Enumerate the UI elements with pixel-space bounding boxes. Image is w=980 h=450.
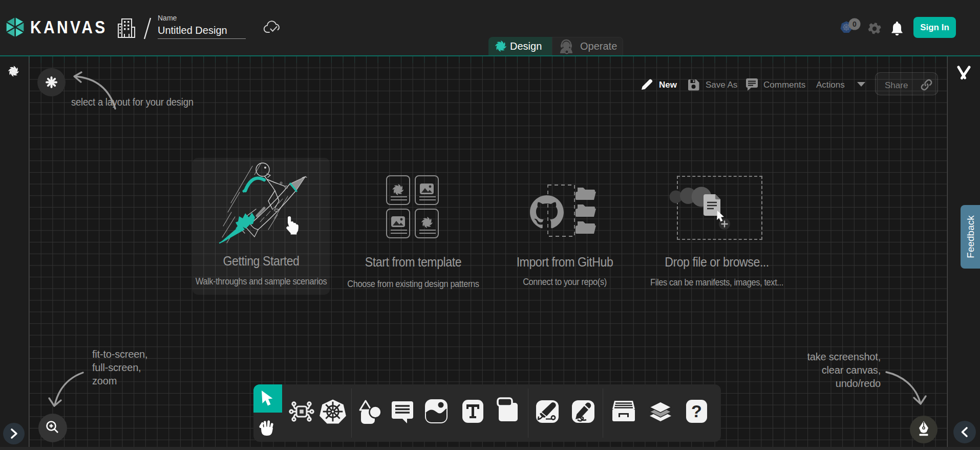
svg-text:?: ?	[691, 401, 702, 421]
svg-text:0: 0	[853, 20, 857, 28]
